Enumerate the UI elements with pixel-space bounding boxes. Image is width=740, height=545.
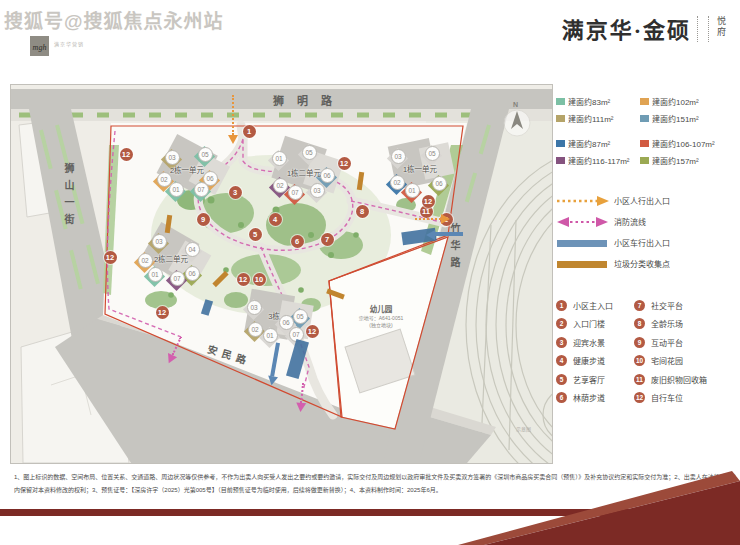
legend-point-item: 5艺享客厅 — [556, 374, 634, 385]
point-label: 全龄乐场 — [651, 318, 683, 329]
brand-seal-decoration — [697, 16, 709, 42]
point-number: 8 — [634, 318, 645, 329]
site-plan-graphics — [11, 85, 552, 463]
point-number: 5 — [556, 374, 567, 385]
area-swatch — [640, 98, 649, 105]
north-compass — [504, 110, 530, 136]
legend-area-item: 建面约151m² — [640, 113, 738, 124]
legend-point-item: 1小区主入口 — [556, 300, 634, 311]
legend-line-item: 小区车行出入口 — [556, 232, 738, 253]
point-label: 入口门楼 — [573, 318, 605, 329]
page: 搜狐号@搜狐焦点永州站 mgh 满京华营销 满京华·金硕 悦府 — [0, 0, 740, 545]
developer-logo: mgh — [30, 36, 49, 56]
legend-area-item: 建面约87m² — [556, 138, 640, 149]
line-label: 小区车行出入口 — [614, 237, 670, 248]
point-label: 宅间花园 — [651, 355, 683, 366]
point-number: 11 — [634, 374, 645, 385]
car-bar-legend-icon — [556, 237, 614, 249]
brand-suffix: 悦府 — [715, 16, 728, 38]
area-label: 建面约151m² — [652, 113, 699, 124]
point-number: 12 — [634, 392, 645, 403]
ped-legend-icon — [556, 195, 614, 207]
point-number: 3 — [556, 337, 567, 348]
area-label: 建面约83m² — [568, 96, 610, 107]
area-swatch — [556, 157, 565, 164]
point-number: 10 — [634, 355, 645, 366]
point-label: 小区主入口 — [573, 300, 613, 311]
fire-legend-icon — [556, 216, 614, 228]
area-label: 建面约106-107m² — [652, 138, 715, 149]
area-label: 建面约157m² — [652, 155, 699, 166]
area-label: 建面约102m² — [652, 96, 699, 107]
point-label: 社交平台 — [651, 300, 683, 311]
legend-point-item: 8全龄乐场 — [634, 318, 738, 329]
point-number: 4 — [556, 355, 567, 366]
point-label: 林荫步道 — [573, 392, 605, 403]
legend-areas-group-2: 建面约87m²建面约106-107m²建面约116-117m²建面约157m² — [556, 138, 738, 166]
legend-area-item: 建面约83m² — [556, 96, 640, 107]
line-label: 小区人行出入口 — [614, 195, 670, 206]
area-label: 建面约111m² — [568, 113, 614, 124]
legend-point-item: 7社交平台 — [634, 300, 738, 311]
point-number: 9 — [634, 337, 645, 348]
area-label: 建面约87m² — [568, 138, 610, 149]
area-swatch — [640, 140, 649, 147]
sohu-watermark: 搜狐号@搜狐焦点永州站 — [4, 6, 224, 33]
point-label: 艺享客厅 — [573, 374, 605, 385]
legend-line-item: 垃圾分类收集点 — [556, 253, 738, 274]
brand-name: 满京华·金硕 — [562, 12, 691, 44]
brand-header: 满京华·金硕 悦府 — [562, 12, 728, 44]
point-number: 2 — [556, 318, 567, 329]
legend-point-item: 10宅间花园 — [634, 355, 738, 366]
legend-areas-group-1: 建面约83m²建面约102m²建面约111m²建面约151m² — [556, 96, 738, 124]
legend-points: 1小区主入口2入口门楼3迎宾水景4健康步道5艺享客厅6林荫步道7社交平台8全龄乐… — [556, 296, 738, 407]
legend-lines: 小区人行出入口消防流线小区车行出入口垃圾分类收集点 — [556, 190, 738, 274]
area-swatch — [640, 157, 649, 164]
legend-point-item: 12自行车位 — [634, 392, 738, 403]
legend-area-item: 建面约116-117m² — [556, 155, 640, 166]
point-label: 自行车位 — [651, 392, 683, 403]
legend-area-item: 建面约106-107m² — [640, 138, 738, 149]
legend-point-item: 2入口门楼 — [556, 318, 634, 329]
legend-panel: 建面约83m²建面约102m²建面约111m²建面约151m² 建面约87m²建… — [556, 96, 738, 407]
area-swatch — [556, 140, 565, 147]
legend-line-item: 消防流线 — [556, 211, 738, 232]
legend-point-item: 9互动平台 — [634, 337, 738, 348]
legend-area-item: 建面约157m² — [640, 155, 738, 166]
garbage-bar-legend-icon — [556, 258, 614, 270]
site-plan-map: 狮明路 狮山一街 竹华路 安民路 N 幼儿园 宗地号：A641-0051 (独立… — [10, 84, 553, 464]
point-number: 6 — [556, 392, 567, 403]
point-label: 迎宾水景 — [573, 337, 605, 348]
corner-ribbon — [440, 465, 740, 545]
legend-area-item: 建面约111m² — [556, 113, 640, 124]
legend-point-item: 3迎宾水景 — [556, 337, 634, 348]
road-top — [11, 89, 552, 109]
legend-line-item: 小区人行出入口 — [556, 190, 738, 211]
legend-point-item: 6林荫步道 — [556, 392, 634, 403]
point-number: 7 — [634, 300, 645, 311]
area-swatch — [556, 115, 565, 122]
line-label: 消防流线 — [614, 216, 646, 227]
line-label: 垃圾分类收集点 — [614, 258, 670, 269]
legend-point-item: 4健康步道 — [556, 355, 634, 366]
area-label: 建面约116-117m² — [568, 155, 630, 166]
area-swatch — [640, 115, 649, 122]
legend-point-item: 11废旧织物回收箱 — [634, 374, 738, 385]
developer-logo-tagline: 满京华营销 — [54, 40, 84, 47]
area-swatch — [556, 98, 565, 105]
point-number: 1 — [556, 300, 567, 311]
point-label: 互动平台 — [651, 337, 683, 348]
legend-area-item: 建面约102m² — [640, 96, 738, 107]
point-label: 废旧织物回收箱 — [651, 374, 707, 385]
point-label: 健康步道 — [573, 355, 605, 366]
